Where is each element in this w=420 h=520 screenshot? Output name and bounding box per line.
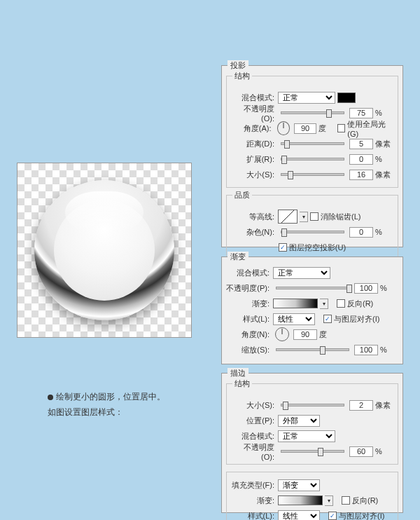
grad-style-select[interactable]: 线性 [273,313,315,325]
knockout-checkbox[interactable] [279,243,287,252]
stroke-filltype-select[interactable]: 渐变 [278,479,320,491]
size-input[interactable]: 16 [349,170,373,180]
caption-text: 绘制更小的圆形，位置居中。 如图设置图层样式： [48,389,165,420]
stroke-style-select[interactable]: 线性 [278,510,320,521]
gradient-swatch[interactable] [273,299,318,308]
opacity-slider[interactable] [281,111,344,114]
stroke-gradient-dropdown[interactable] [325,495,333,506]
grad-angle-dial[interactable] [275,327,289,341]
stroke-gradient-swatch[interactable] [278,495,323,505]
noise-input[interactable]: 0 [349,227,373,238]
caption-line1: 绘制更小的圆形，位置居中。 [56,392,165,402]
contour-dropdown[interactable] [300,212,308,222]
gradient-overlay-panel: 渐变 混合模式: 正常 不透明度(P): 100 % 渐变: 反向(R) 样式(… [221,256,403,364]
global-light-checkbox[interactable] [337,124,345,132]
stroke-reverse-checkbox[interactable] [342,496,350,505]
button-orb [34,180,174,320]
shadow-color-swatch[interactable] [337,93,356,103]
spread-input[interactable]: 0 [349,154,373,165]
stroke-size-input[interactable]: 2 [349,400,373,411]
grad-scale-input[interactable]: 100 [354,345,378,355]
grad-blend-select[interactable]: 正常 [273,267,330,279]
angle-input[interactable]: 90 [294,123,316,134]
stroke-opacity-input[interactable]: 60 [349,446,373,457]
size-slider[interactable] [281,173,344,176]
panel-title: 投影 [227,60,248,71]
align-checkbox[interactable] [323,315,332,323]
reverse-checkbox[interactable] [337,299,345,308]
contour-thumb[interactable] [278,210,298,224]
structure-group: 结构 混合模式: 正常 不透明度(O): 75 % 角度(A): 90 度 使用… [226,76,398,188]
distance-slider[interactable] [281,142,344,145]
caption-line2: 如图设置图层样式： [48,404,165,420]
angle-dial[interactable] [277,121,290,135]
stroke-position-select[interactable]: 外部 [278,415,320,427]
drop-shadow-panel: 投影 结构 混合模式: 正常 不透明度(O): 75 % 角度(A): 90 度… [221,65,403,247]
gradient-dropdown[interactable] [320,299,328,309]
grad-opacity-input[interactable]: 100 [354,283,378,294]
distance-input[interactable]: 5 [349,139,373,149]
grad-angle-input[interactable]: 90 [293,329,317,340]
noise-slider[interactable] [281,231,344,233]
antialias-checkbox[interactable] [310,212,318,221]
preview-canvas [17,163,192,338]
stroke-size-slider[interactable] [281,404,344,406]
quality-group: 品质 等高线: 消除锯齿(L) 杂色(N): 0 % 图层挖空投影(U) [226,195,398,261]
spread-slider[interactable] [281,158,344,160]
stroke-blend-select[interactable]: 正常 [278,430,335,442]
stroke-structure-group: 结构 大小(S): 2 像素 位置(P): 外部 混合模式: 正常 不透明度(O… [226,383,398,465]
stroke-panel: 描边 结构 大小(S): 2 像素 位置(P): 外部 混合模式: 正常 不透明… [221,373,403,513]
blend-mode-select[interactable]: 正常 [278,92,335,104]
grad-opacity-slider[interactable] [276,287,349,289]
grad-scale-slider[interactable] [276,348,349,351]
opacity-input[interactable]: 75 [349,108,373,118]
stroke-opacity-slider[interactable] [281,450,344,453]
stroke-align-checkbox[interactable] [328,512,337,520]
stroke-fill-group: 填充类型(F): 渐变 渐变: 反向(R) 样式(L): 线性 与图层对齐(I)… [226,472,398,520]
